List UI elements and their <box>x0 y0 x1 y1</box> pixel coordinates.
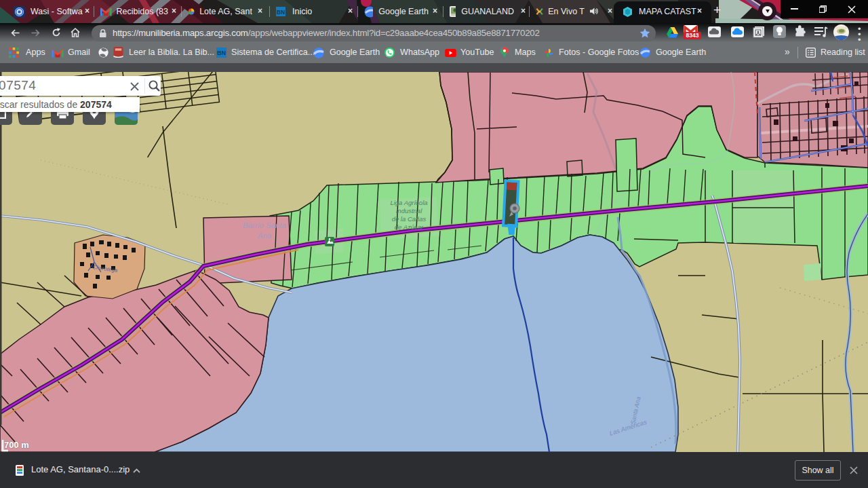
svg-text:de Azúcar: de Azúcar <box>395 223 424 231</box>
svg-text:BN: BN <box>277 9 285 16</box>
svg-text:Industrial: Industrial <box>396 207 422 214</box>
svg-text:de la Cañas: de la Cañas <box>392 215 427 223</box>
svg-text:Liga Agrícola: Liga Agrícola <box>390 199 427 206</box>
svg-text:700 m: 700 m <box>4 440 29 450</box>
svg-text:Barrio Santa: Barrio Santa <box>243 221 286 229</box>
svg-text:Ana: Ana <box>257 231 271 240</box>
svg-text:BN: BN <box>217 50 226 56</box>
